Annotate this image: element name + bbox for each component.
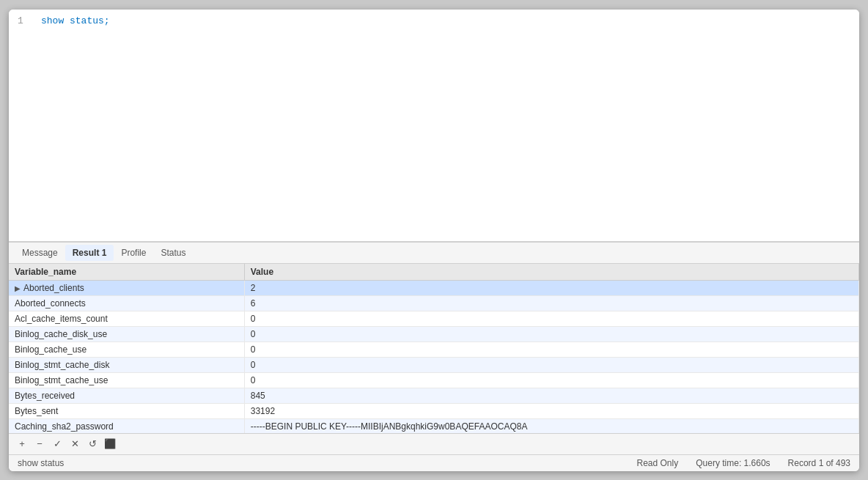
table-row[interactable]: Binlog_stmt_cache_disk0 — [9, 357, 859, 372]
cell-variable: Bytes_received — [9, 388, 244, 403]
cell-value: -----BEGIN PUBLIC KEY-----MIIBIjANBgkqhk… — [244, 418, 858, 433]
tab-profile[interactable]: Profile — [114, 245, 153, 261]
cell-value: 0 — [244, 372, 858, 388]
status-right: Read Only Query time: 1.660s Record 1 of… — [637, 458, 850, 468]
confirm-button[interactable]: ✓ — [50, 437, 65, 451]
table-row[interactable]: Binlog_cache_use0 — [9, 341, 859, 357]
tabs-bar: Message Result 1 Profile Status — [9, 242, 859, 264]
cell-value: 0 — [244, 311, 858, 326]
cell-variable: Binlog_stmt_cache_use — [9, 372, 244, 388]
status-bar: show status Read Only Query time: 1.660s… — [9, 454, 859, 471]
col-header-value: Value — [244, 264, 858, 281]
results-area: Variable_name Value ▶Aborted_clients2Abo… — [9, 264, 859, 454]
editor-line-1: 1 show status; — [18, 15, 850, 26]
table-row[interactable]: Acl_cache_items_count0 — [9, 311, 859, 326]
cell-variable: Aborted_connects — [9, 295, 244, 311]
line-number: 1 — [18, 15, 35, 26]
add-button[interactable]: + — [15, 437, 29, 451]
cell-variable: Caching_sha2_password — [9, 418, 244, 433]
results-table[interactable]: Variable_name Value ▶Aborted_clients2Abo… — [9, 264, 859, 433]
table-header-row: Variable_name Value — [9, 264, 859, 281]
table-row[interactable]: Bytes_sent33192 — [9, 403, 859, 418]
cell-variable: Binlog_stmt_cache_disk — [9, 357, 244, 372]
table-row[interactable]: Binlog_cache_disk_use0 — [9, 326, 859, 341]
refresh-button[interactable]: ↺ — [85, 437, 100, 451]
table-row[interactable]: Binlog_stmt_cache_use0 — [9, 372, 859, 388]
editor-area[interactable]: 1 show status; — [9, 10, 859, 242]
cell-variable: ▶Aborted_clients — [9, 280, 244, 295]
table-row[interactable]: Aborted_connects6 — [9, 295, 859, 311]
cancel-button[interactable]: ✕ — [67, 437, 82, 451]
remove-button[interactable]: − — [32, 437, 47, 451]
query-text-status: show status — [18, 458, 64, 468]
record-count: Record 1 of 493 — [788, 458, 850, 468]
cell-value: 2 — [244, 280, 858, 295]
toolbar-bottom: + − ✓ ✕ ↺ ⬛ — [9, 433, 859, 454]
cell-variable: Bytes_sent — [9, 403, 244, 418]
code-content: show status; — [41, 15, 110, 26]
cell-variable: Binlog_cache_disk_use — [9, 326, 244, 341]
export-button[interactable]: ⬛ — [103, 437, 117, 451]
cell-value: 33192 — [244, 403, 858, 418]
tab-result1[interactable]: Result 1 — [65, 245, 114, 261]
cell-value: 845 — [244, 388, 858, 403]
data-table: Variable_name Value ▶Aborted_clients2Abo… — [9, 264, 859, 433]
cell-variable: Binlog_cache_use — [9, 341, 244, 357]
query-time-display: Query time: 1.660s — [696, 458, 770, 468]
query-time-value: 1.660s — [744, 458, 770, 468]
main-container: 1 show status; Message Result 1 Profile … — [9, 10, 859, 471]
table-row[interactable]: ▶Aborted_clients2 — [9, 280, 859, 295]
cell-value: 6 — [244, 295, 858, 311]
table-row[interactable]: Bytes_received845 — [9, 388, 859, 403]
query-time-label: Query time: — [696, 458, 741, 468]
cell-value: 0 — [244, 341, 858, 357]
cell-value: 0 — [244, 326, 858, 341]
tab-message[interactable]: Message — [15, 245, 65, 261]
cell-variable: Acl_cache_items_count — [9, 311, 244, 326]
col-header-variable: Variable_name — [9, 264, 244, 281]
row-arrow-icon: ▶ — [15, 284, 21, 292]
table-row[interactable]: Caching_sha2_password-----BEGIN PUBLIC K… — [9, 418, 859, 433]
cell-value: 0 — [244, 357, 858, 372]
read-only-badge: Read Only — [637, 458, 679, 468]
tab-status[interactable]: Status — [153, 245, 193, 261]
